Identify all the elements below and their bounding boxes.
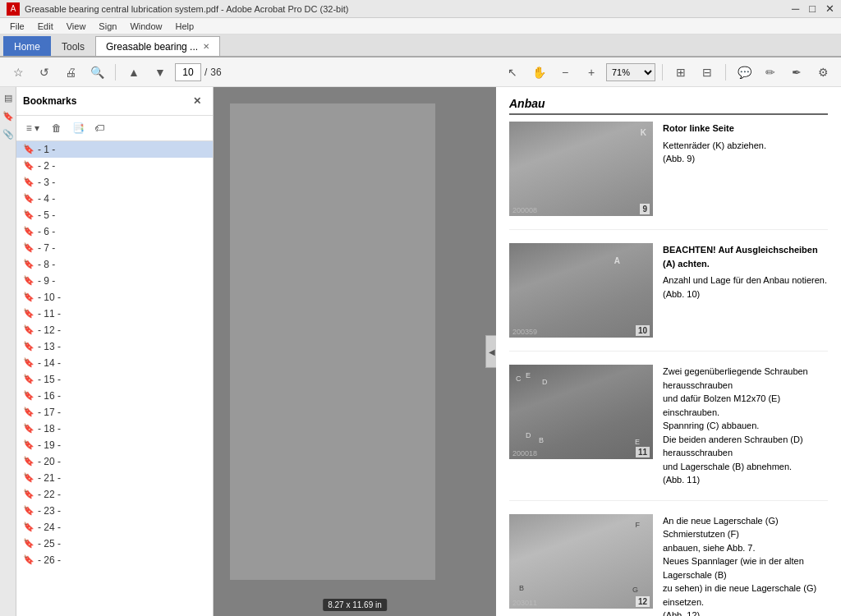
bookmark-item[interactable]: 🔖- 18 -: [16, 421, 213, 437]
menu-help[interactable]: Help: [169, 20, 201, 33]
bookmark-label: - 19 -: [38, 439, 61, 451]
bookmark-icon: 🔖: [23, 522, 34, 533]
bookmark-item[interactable]: 🔖- 15 -: [16, 371, 213, 388]
tab-close-btn[interactable]: ✕: [203, 42, 209, 51]
bookmark-item[interactable]: 🔖- 3 -: [16, 174, 213, 191]
bookmark-item[interactable]: 🔖- 17 -: [16, 404, 213, 421]
bookmark-item[interactable]: 🔖- 12 -: [16, 322, 213, 338]
bookmarks-icon[interactable]: 🔖: [1, 108, 16, 123]
select-tool-btn[interactable]: ↖: [501, 61, 524, 84]
bookmark-item[interactable]: 🔖- 10 -: [16, 289, 213, 306]
menu-edit[interactable]: Edit: [31, 20, 60, 33]
content-panel: Anbau K 200008 9 Rotor linke Seite Kette…: [496, 87, 841, 616]
bookmark-label: - 9 -: [38, 275, 55, 287]
comment-btn[interactable]: 💬: [733, 61, 756, 84]
page-separator: /: [205, 67, 207, 78]
menu-file[interactable]: File: [3, 20, 31, 33]
tab-tools-label: Tools: [62, 41, 85, 53]
fit-page-btn[interactable]: ⊞: [669, 61, 692, 84]
bookmark-label: - 14 -: [38, 357, 61, 369]
close-bookmarks-btn[interactable]: ✕: [188, 92, 206, 110]
tab-document[interactable]: Greasable bearing ... ✕: [95, 36, 220, 56]
back-btn[interactable]: ↺: [33, 61, 56, 84]
bookmark-item[interactable]: 🔖- 4 -: [16, 191, 213, 207]
row2-text: Anzahl und Lage für den Anbau notieren.(…: [663, 274, 828, 301]
bookmark-item[interactable]: 🔖- 24 -: [16, 519, 213, 536]
bookmark-item[interactable]: 🔖- 25 -: [16, 536, 213, 552]
bookmark-label: - 21 -: [38, 472, 61, 484]
minimize-btn[interactable]: ─: [792, 2, 799, 15]
content-row-1: K 200008 9 Rotor linke Seite Kettenräder…: [509, 122, 828, 230]
bookmark-label: - 16 -: [38, 390, 61, 402]
bookmark-item[interactable]: 🔖- 19 -: [16, 437, 213, 453]
zoom-select[interactable]: 71% 100% 150%: [606, 63, 655, 81]
pages-icon[interactable]: ▤: [1, 90, 16, 105]
tab-tools[interactable]: Tools: [51, 36, 95, 56]
row1-text: Kettenräder (K) abziehen.(Abb. 9): [663, 139, 828, 166]
properties-bookmark-btn[interactable]: 🏷: [90, 119, 108, 137]
bookmark-label: - 22 -: [38, 489, 61, 500]
bookmark-item[interactable]: 🔖- 21 -: [16, 470, 213, 486]
attachments-icon[interactable]: 📎: [1, 126, 16, 141]
bookmark-item[interactable]: 🔖- 6 -: [16, 223, 213, 240]
bookmark-item[interactable]: 🔖- 11 -: [16, 306, 213, 322]
bookmark-item[interactable]: 🔖- 16 -: [16, 388, 213, 404]
close-btn[interactable]: ✕: [825, 2, 834, 15]
bookmark-item[interactable]: 🔖- 22 -: [16, 486, 213, 503]
bookmark-icon: 🔖: [23, 242, 34, 254]
bookmarks-toolbar: ≡ ▾ 🗑 📑 🏷: [16, 116, 213, 141]
bookmark-item[interactable]: 🔖- 1 -: [16, 141, 213, 158]
row3-text: Zwei gegenüberliegende Schrauben herauss…: [663, 365, 828, 487]
fit-width-btn[interactable]: ⊟: [696, 61, 719, 84]
bookmark-icon: 🔖: [23, 407, 34, 418]
bookmark-icon: 🔖: [23, 423, 34, 434]
page-input[interactable]: [175, 63, 201, 81]
bookmark-item[interactable]: 🔖- 9 -: [16, 273, 213, 289]
bookmark-label: - 18 -: [38, 423, 61, 434]
tools-btn[interactable]: ⚙: [811, 61, 834, 84]
bookmark-item[interactable]: 🔖- 7 -: [16, 240, 213, 256]
new-bookmark-btn[interactable]: 📑: [69, 119, 87, 137]
bookmark-icon: 🔖: [23, 505, 34, 517]
collapse-sidebar-btn[interactable]: ◀: [485, 335, 496, 368]
bookmark-icon: 🔖: [23, 538, 34, 549]
tab-document-label: Greasable bearing ...: [106, 41, 198, 53]
bookmark-icon: 🔖: [23, 324, 34, 336]
maximize-btn[interactable]: □: [809, 2, 816, 15]
bookmark-item[interactable]: 🔖- 8 -: [16, 256, 213, 273]
menu-bar: File Edit View Sign Window Help: [0, 18, 841, 34]
sign-btn[interactable]: ✒: [785, 61, 808, 84]
bookmark-list[interactable]: 🔖- 1 -🔖- 2 -🔖- 3 -🔖- 4 -🔖- 5 -🔖- 6 -🔖- 7…: [16, 141, 213, 616]
next-page-btn[interactable]: ▼: [149, 61, 172, 84]
search-btn[interactable]: 🔍: [85, 61, 108, 84]
bookmark-item[interactable]: 🔖- 5 -: [16, 207, 213, 223]
list-view-btn[interactable]: ≡ ▾: [21, 119, 44, 137]
bookmark-item[interactable]: 🔖- 2 -: [16, 158, 213, 174]
bookmark-item[interactable]: 🔖- 13 -: [16, 338, 213, 355]
toolbar-right: ↖ ✋ − + 71% 100% 150% ⊞ ⊟ 💬 ✏ ✒ ⚙: [501, 61, 834, 84]
bookmark-icon: 🔖: [23, 554, 34, 566]
menu-view[interactable]: View: [60, 20, 93, 33]
bookmarks-header: Bookmarks ✕: [16, 87, 213, 116]
bookmark-icon: 🔖: [23, 374, 34, 385]
bookmark-item[interactable]: 🔖- 14 -: [16, 355, 213, 371]
bookmark-label: - 24 -: [38, 522, 61, 533]
highlight-btn[interactable]: ✏: [759, 61, 782, 84]
pdf-canvas-area: ◀ 8.27 x 11.69 in: [214, 87, 496, 616]
delete-bookmark-btn[interactable]: 🗑: [48, 119, 66, 137]
bookmark-item[interactable]: 🔖- 20 -: [16, 453, 213, 470]
menu-sign[interactable]: Sign: [92, 20, 123, 33]
bookmark-item[interactable]: 🔖- 26 -: [16, 552, 213, 568]
sep2: [662, 64, 663, 80]
zoom-out-btn[interactable]: −: [554, 61, 577, 84]
bookmark-icon: 🔖: [23, 489, 34, 500]
prev-page-btn[interactable]: ▲: [122, 61, 145, 84]
zoom-in-btn[interactable]: +: [580, 61, 603, 84]
tab-bar: Home Tools Greasable bearing ... ✕: [0, 34, 841, 57]
bookmark-item[interactable]: 🔖- 23 -: [16, 503, 213, 519]
print-btn[interactable]: 🖨: [59, 61, 82, 84]
bookmark-toolbar-btn[interactable]: ☆: [7, 61, 30, 84]
tab-home[interactable]: Home: [3, 36, 51, 56]
menu-window[interactable]: Window: [123, 20, 168, 33]
hand-tool-btn[interactable]: ✋: [527, 61, 550, 84]
